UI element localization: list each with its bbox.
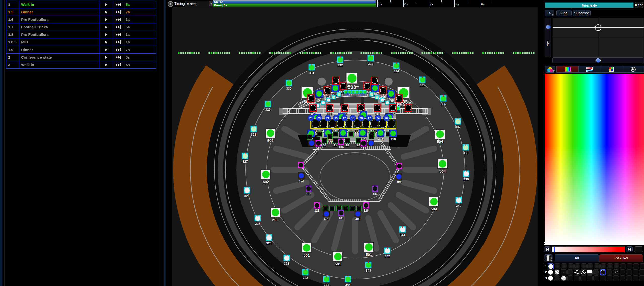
fixture-336[interactable] (440, 95, 447, 102)
cue-play-button[interactable] (99, 38, 113, 46)
tilt-slider-handle[interactable] (546, 25, 551, 29)
fixture-206[interactable] (387, 90, 395, 98)
fixture-321[interactable] (323, 276, 330, 283)
scroll-position-marker[interactable] (554, 247, 555, 252)
fixture-502[interactable] (265, 128, 275, 138)
fixture-335[interactable] (419, 76, 426, 83)
gobo-slot-e[interactable] (620, 275, 625, 281)
cue-row-1.9[interactable]: 1.9Dinner7s (6, 46, 156, 54)
scroll-end-button[interactable] (626, 246, 633, 252)
gobo-slot-e[interactable] (574, 275, 580, 281)
tab-color-swatches[interactable] (600, 66, 622, 73)
pan-tilt-pad[interactable] (552, 18, 644, 57)
gobo-slot-e[interactable] (567, 275, 573, 281)
gobo-slot-f[interactable] (574, 263, 580, 269)
fixture-503[interactable] (346, 72, 358, 84)
fixture-338[interactable] (462, 144, 469, 151)
fixture-328[interactable] (250, 126, 257, 132)
locate-button[interactable]: ⌖ (545, 10, 554, 16)
tab-color-sliders[interactable] (578, 66, 600, 73)
fixture-chain[interactable] (337, 92, 341, 97)
cue-skip-button[interactable] (113, 23, 124, 31)
cue-skip-button[interactable] (113, 8, 124, 16)
cue-row-1[interactable]: 1Walk in5s (6, 1, 156, 8)
fixture-504[interactable] (437, 159, 448, 169)
cue-skip-button[interactable] (113, 46, 124, 53)
empty-option-button[interactable] (634, 246, 643, 252)
fixture-12[interactable] (307, 134, 312, 140)
fixture-red[interactable] (405, 104, 412, 112)
fixture-131[interactable] (338, 210, 344, 216)
fixture-mag[interactable] (298, 162, 304, 168)
gobo-slot-blade[interactable] (574, 269, 580, 275)
gobo-slot-d[interactable] (567, 269, 573, 275)
gobo-slot-e[interactable] (633, 269, 638, 275)
gobo-slot-f[interactable] (568, 263, 574, 269)
fixture-105[interactable] (379, 86, 387, 94)
fixture-112[interactable] (389, 104, 397, 112)
gobo-slot-wh[interactable] (554, 269, 560, 275)
fixture-406[interactable] (355, 211, 361, 217)
gobo-button[interactable] (544, 254, 553, 262)
gobo-slot-dots[interactable] (593, 269, 599, 275)
superfine-button[interactable]: Superfine (573, 10, 591, 16)
gobo-slot-grid[interactable] (587, 269, 593, 275)
fixture-110[interactable] (357, 104, 365, 112)
fixture-337[interactable] (455, 118, 461, 125)
fixture-339[interactable] (463, 170, 470, 177)
gobo-slot-e[interactable] (627, 263, 632, 269)
fixture-chain[interactable] (380, 98, 384, 102)
fixture-124[interactable] (360, 140, 367, 147)
fixture-331[interactable] (308, 64, 315, 71)
gobo-slot-f[interactable] (581, 263, 587, 269)
timing-select[interactable]: 5 secs (185, 1, 214, 7)
fixture-332[interactable] (337, 56, 344, 63)
gobo-slot-e[interactable] (626, 269, 632, 275)
fixture-13[interactable] (322, 138, 327, 143)
gobo-slot-e[interactable] (587, 275, 593, 281)
fixture-344[interactable] (345, 276, 351, 283)
fixture-342[interactable] (384, 247, 391, 254)
cue-row-1.8[interactable]: 1.8Pre Footballers3s (6, 31, 156, 38)
cue-row-1.5[interactable]: 1.5Dinner7s (6, 8, 156, 16)
fixture-109[interactable] (341, 104, 348, 112)
gobo-slot-e[interactable] (620, 269, 625, 275)
fixture-chain[interactable] (375, 95, 379, 99)
cue-play-button[interactable] (99, 1, 113, 8)
cue-skip-button[interactable] (113, 16, 124, 23)
fixture-chain[interactable] (326, 98, 331, 102)
fixture-401[interactable] (323, 211, 330, 217)
fixture-213[interactable] (339, 129, 347, 137)
fixture-107[interactable] (309, 104, 317, 112)
fixture-bluec[interactable] (308, 140, 315, 146)
fine-button[interactable]: Fine (556, 10, 572, 16)
fixture-gblk[interactable] (348, 131, 354, 137)
fixture-502[interactable] (261, 169, 271, 179)
gobo-slot-txt[interactable]: ··· (554, 275, 560, 281)
fixture-341[interactable] (399, 226, 406, 233)
tab-all-fixtures[interactable]: All (555, 254, 599, 262)
scroll-start-button[interactable] (544, 246, 551, 252)
intensity-fader[interactable]: Intensity (545, 2, 634, 8)
fixture-106[interactable] (395, 94, 403, 102)
fade-down-bar[interactable]: Down | 5s (213, 4, 377, 7)
fixture-111[interactable] (374, 104, 381, 112)
gobo-slot-d[interactable] (607, 269, 612, 275)
fixture-chain[interactable] (385, 101, 390, 105)
gobo-slot-f[interactable] (594, 263, 600, 269)
fixture-323[interactable] (283, 255, 290, 261)
fixture-324[interactable] (266, 234, 272, 241)
fixture-325[interactable] (254, 215, 261, 222)
fixture-333[interactable] (367, 55, 374, 62)
cue-play-button[interactable] (99, 16, 113, 23)
pan-slider[interactable]: Pan (552, 57, 644, 63)
fixture-329[interactable] (265, 101, 271, 107)
fixture-21[interactable] (369, 134, 374, 139)
gobo-slot-e[interactable] (639, 269, 644, 275)
fixture-104[interactable] (363, 82, 371, 90)
gobo-slot-e[interactable] (626, 275, 632, 281)
color-picker-button[interactable] (545, 66, 555, 73)
fixture-bat[interactable] (351, 90, 355, 94)
fixture-chain[interactable] (332, 95, 336, 99)
fixture-134[interactable] (338, 138, 344, 145)
